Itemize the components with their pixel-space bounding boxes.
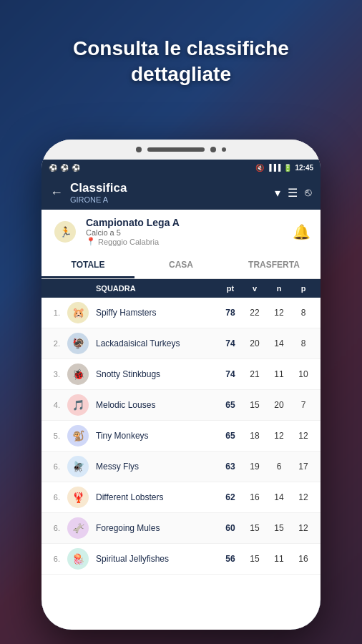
team-v: 21 <box>245 369 265 379</box>
team-pts: 74 <box>220 369 240 379</box>
team-p: 7 <box>293 400 313 410</box>
phone-device: ⚽ ⚽ ⚽ 🔇 ▐▐▐ 🔋 12:45 ← Classifica GIRONE … <box>41 140 321 630</box>
team-n: 20 <box>269 400 289 410</box>
team-rows-container: 1. 🐹 Spiffy Hamsters 78 22 12 8 2. 🦃 Lac… <box>41 298 321 575</box>
tabs-bar: TOTALE CASA TRASFERTA <box>41 253 321 279</box>
hero-section: Consulta le classifiche dettagliate <box>0 36 362 88</box>
team-pts: 63 <box>220 462 240 472</box>
pt-header: pt <box>220 284 240 293</box>
table-header-row: SQUADRA pt v n p <box>41 279 321 298</box>
app-bar: ← Classifica GIRONE A ▾ ☰ ⎋ <box>41 175 321 210</box>
team-n: 15 <box>269 523 289 533</box>
league-name: Campionato Lega A <box>86 217 285 228</box>
team-logo: 🦃 <box>67 333 89 354</box>
league-info: Campionato Lega A Calcio a 5 📍 Regggio C… <box>86 217 285 246</box>
app-icon-3: ⚽ <box>72 164 80 172</box>
team-v: 19 <box>245 462 265 472</box>
team-rank: 3. <box>49 370 60 379</box>
team-logo: 🐹 <box>67 302 89 323</box>
status-right-icons: 🔇 ▐▐▐ 🔋 12:45 <box>255 164 313 172</box>
camera-dot <box>136 147 142 152</box>
team-logo: 🐒 <box>67 425 89 447</box>
team-logo: 🫏 <box>67 517 89 539</box>
team-v: 20 <box>245 338 265 348</box>
table-row: 1. 🐹 Spiffy Hamsters 78 22 12 8 <box>41 298 321 328</box>
league-logo-icon: 🏃 <box>59 226 72 238</box>
app-bar-title-block: Classifica GIRONE A <box>70 181 268 204</box>
team-v: 15 <box>245 523 265 533</box>
team-p: 12 <box>293 431 313 441</box>
speaker <box>147 147 205 152</box>
bell-icon[interactable]: 🔔 <box>293 223 310 240</box>
standings-table: SQUADRA pt v n p 1. 🐹 Spiffy Hamsters 78… <box>41 279 321 630</box>
tab-casa[interactable]: CASA <box>134 253 228 278</box>
team-v: 16 <box>245 492 265 502</box>
squadra-header: SQUADRA <box>96 284 216 293</box>
team-name: Spiritual Jellyfishes <box>96 554 216 564</box>
table-row: 4. 🎵 Melodic Louses 65 15 20 7 <box>41 390 321 421</box>
team-logo: 🎵 <box>67 394 89 416</box>
team-name: Messy Flys <box>96 462 216 472</box>
team-v: 15 <box>245 400 265 410</box>
team-rank: 1. <box>49 308 60 317</box>
table-row: 6. 🪼 Spiritual Jellyfishes 56 15 11 16 <box>41 544 321 575</box>
team-logo: 🪰 <box>67 456 89 477</box>
team-logo: 🪼 <box>67 548 89 570</box>
team-pts: 65 <box>220 431 240 441</box>
sensor-dot <box>210 147 216 152</box>
team-name: Snotty Stinkbugs <box>96 369 216 379</box>
team-pts: 74 <box>220 338 240 348</box>
list-icon[interactable]: ☰ <box>288 186 298 200</box>
team-rank: 2. <box>49 339 60 348</box>
app-icon-2: ⚽ <box>60 164 69 172</box>
status-left-icons: ⚽ ⚽ ⚽ <box>49 164 80 172</box>
v-header: v <box>245 284 265 293</box>
team-name: Spiffy Hamsters <box>96 308 216 318</box>
team-p: 8 <box>293 308 313 318</box>
sensor-dot-2 <box>222 147 226 152</box>
table-row: 3. 🐞 Snotty Stinkbugs 74 21 11 10 <box>41 359 321 390</box>
team-p: 10 <box>293 369 313 379</box>
team-name: Different Lobsters <box>96 492 216 502</box>
league-location: 📍 Regggio Calabria <box>86 237 285 246</box>
team-pts: 65 <box>220 400 240 410</box>
team-n: 6 <box>269 462 289 472</box>
team-name: Melodic Louses <box>96 400 216 410</box>
league-logo: 🏃 <box>54 221 76 243</box>
signal-icon: ▐▐▐ <box>267 164 280 171</box>
share-icon[interactable]: ⎋ <box>305 186 312 200</box>
phone-screen: ⚽ ⚽ ⚽ 🔇 ▐▐▐ 🔋 12:45 ← Classifica GIRONE … <box>41 160 321 630</box>
team-v: 18 <box>245 431 265 441</box>
team-p: 12 <box>293 492 313 502</box>
team-p: 12 <box>293 523 313 533</box>
table-row: 6. 🪰 Messy Flys 63 19 6 17 <box>41 452 321 482</box>
p-header: p <box>293 284 313 293</box>
team-p: 16 <box>293 554 313 564</box>
table-row: 6. 🦞 Different Lobsters 62 16 14 12 <box>41 482 321 513</box>
team-name: Lackadaisical Turkeys <box>96 338 216 348</box>
team-n: 12 <box>269 431 289 441</box>
dropdown-icon[interactable]: ▾ <box>275 186 280 200</box>
league-sport: Calcio a 5 <box>86 228 285 237</box>
team-n: 11 <box>269 554 289 564</box>
team-rank: 6. <box>49 493 60 502</box>
team-rank: 6. <box>49 555 60 563</box>
tab-totale[interactable]: TOTALE <box>41 253 134 278</box>
team-v: 15 <box>245 554 265 564</box>
mute-icon: 🔇 <box>255 164 264 172</box>
location-pin-icon: 📍 <box>86 237 96 246</box>
team-logo: 🦞 <box>67 487 89 508</box>
table-row: 6. 🫏 Foregoing Mules 60 15 15 12 <box>41 513 321 544</box>
tab-trasferta[interactable]: TRASFERTA <box>228 253 321 278</box>
team-rank: 5. <box>49 431 60 440</box>
team-n: 12 <box>269 308 289 318</box>
team-rank: 6. <box>49 462 60 471</box>
hero-title: Consulta le classifiche dettagliate <box>0 36 362 88</box>
app-bar-subtitle: GIRONE A <box>70 195 268 204</box>
team-pts: 60 <box>220 523 240 533</box>
team-name: Foregoing Mules <box>96 523 216 533</box>
back-button[interactable]: ← <box>50 185 63 200</box>
table-row: 5. 🐒 Tiny Monkeys 65 18 12 12 <box>41 421 321 452</box>
app-icon-1: ⚽ <box>49 164 57 172</box>
team-rank: 6. <box>49 524 60 532</box>
